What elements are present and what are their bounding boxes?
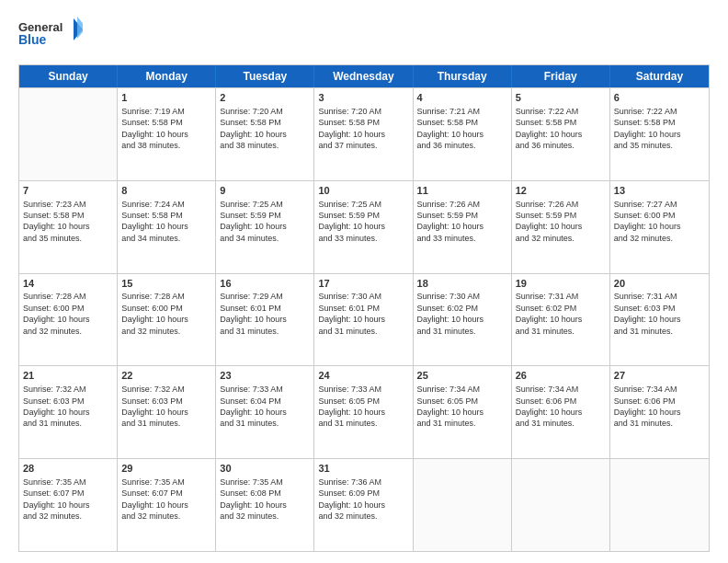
day-content: Sunrise: 7:31 AMSunset: 6:03 PMDaylight:… [614,291,705,337]
header: General Blue [18,17,710,55]
day-number: 4 [417,91,507,105]
empty-cell-4-5 [512,459,610,551]
calendar-row-0: 1Sunrise: 7:19 AMSunset: 5:58 PMDaylight… [19,87,709,180]
calendar-row-3: 21Sunrise: 7:32 AMSunset: 6:03 PMDayligh… [19,365,709,458]
day-content: Sunrise: 7:20 AMSunset: 5:58 PMDaylight:… [220,106,310,152]
day-cell-27: 27Sunrise: 7:34 AMSunset: 6:06 PMDayligh… [610,366,709,458]
day-cell-10: 10Sunrise: 7:25 AMSunset: 5:59 PMDayligh… [314,181,413,273]
day-content: Sunrise: 7:26 AMSunset: 5:59 PMDaylight:… [516,199,606,245]
day-cell-22: 22Sunrise: 7:32 AMSunset: 6:03 PMDayligh… [118,366,216,458]
day-content: Sunrise: 7:25 AMSunset: 5:59 PMDaylight:… [220,199,310,245]
day-content: Sunrise: 7:20 AMSunset: 5:58 PMDaylight:… [318,106,408,152]
day-content: Sunrise: 7:23 AMSunset: 5:58 PMDaylight:… [23,199,113,245]
empty-cell-4-4 [414,459,512,551]
calendar: SundayMondayTuesdayWednesdayThursdayFrid… [18,64,710,552]
day-cell-25: 25Sunrise: 7:34 AMSunset: 6:05 PMDayligh… [414,366,512,458]
day-number: 25 [417,369,507,383]
day-cell-9: 9Sunrise: 7:25 AMSunset: 5:59 PMDaylight… [216,181,314,273]
day-cell-12: 12Sunrise: 7:26 AMSunset: 5:59 PMDayligh… [512,181,610,273]
day-number: 3 [318,91,408,105]
day-content: Sunrise: 7:26 AMSunset: 5:59 PMDaylight:… [417,199,507,245]
day-content: Sunrise: 7:19 AMSunset: 5:58 PMDaylight:… [121,106,211,152]
weekday-header-saturday: Saturday [610,65,709,87]
day-cell-29: 29Sunrise: 7:35 AMSunset: 6:07 PMDayligh… [118,459,216,551]
day-number: 2 [220,91,310,105]
day-cell-2: 2Sunrise: 7:20 AMSunset: 5:58 PMDaylight… [216,88,314,180]
calendar-header: SundayMondayTuesdayWednesdayThursdayFrid… [19,65,709,87]
day-number: 26 [516,369,606,383]
day-cell-1: 1Sunrise: 7:19 AMSunset: 5:58 PMDaylight… [118,88,216,180]
day-number: 24 [318,369,408,383]
day-number: 23 [220,369,310,383]
day-number: 21 [23,369,113,383]
day-content: Sunrise: 7:30 AMSunset: 6:02 PMDaylight:… [417,291,507,337]
day-cell-26: 26Sunrise: 7:34 AMSunset: 6:06 PMDayligh… [512,366,610,458]
day-cell-4: 4Sunrise: 7:21 AMSunset: 5:58 PMDaylight… [414,88,512,180]
day-cell-15: 15Sunrise: 7:28 AMSunset: 6:00 PMDayligh… [118,274,216,366]
day-number: 8 [121,184,211,198]
day-cell-31: 31Sunrise: 7:36 AMSunset: 6:09 PMDayligh… [314,459,413,551]
day-content: Sunrise: 7:32 AMSunset: 6:03 PMDaylight:… [121,384,211,430]
day-number: 7 [23,184,113,198]
day-cell-20: 20Sunrise: 7:31 AMSunset: 6:03 PMDayligh… [610,274,709,366]
day-content: Sunrise: 7:30 AMSunset: 6:01 PMDaylight:… [318,291,408,337]
day-number: 1 [121,91,211,105]
day-number: 6 [614,91,705,105]
weekday-header-monday: Monday [118,65,216,87]
day-content: Sunrise: 7:34 AMSunset: 6:06 PMDaylight:… [614,384,705,430]
calendar-row-1: 7Sunrise: 7:23 AMSunset: 5:58 PMDaylight… [19,180,709,273]
day-content: Sunrise: 7:22 AMSunset: 5:58 PMDaylight:… [614,106,705,152]
day-content: Sunrise: 7:34 AMSunset: 6:06 PMDaylight:… [516,384,606,430]
day-cell-6: 6Sunrise: 7:22 AMSunset: 5:58 PMDaylight… [610,88,709,180]
day-content: Sunrise: 7:33 AMSunset: 6:04 PMDaylight:… [220,384,310,430]
day-content: Sunrise: 7:21 AMSunset: 5:58 PMDaylight:… [417,106,507,152]
day-number: 28 [23,462,113,476]
day-cell-13: 13Sunrise: 7:27 AMSunset: 6:00 PMDayligh… [610,181,709,273]
day-content: Sunrise: 7:36 AMSunset: 6:09 PMDaylight:… [318,477,408,523]
calendar-body: 1Sunrise: 7:19 AMSunset: 5:58 PMDaylight… [19,87,709,551]
day-cell-8: 8Sunrise: 7:24 AMSunset: 5:58 PMDaylight… [118,181,216,273]
day-number: 18 [417,277,507,291]
day-number: 30 [220,462,310,476]
day-number: 27 [614,369,705,383]
day-number: 17 [318,277,408,291]
weekday-header-thursday: Thursday [414,65,512,87]
day-content: Sunrise: 7:24 AMSunset: 5:58 PMDaylight:… [121,199,211,245]
calendar-row-4: 28Sunrise: 7:35 AMSunset: 6:07 PMDayligh… [19,458,709,551]
day-content: Sunrise: 7:27 AMSunset: 6:00 PMDaylight:… [614,199,705,245]
day-number: 9 [220,184,310,198]
weekday-header-sunday: Sunday [19,65,118,87]
day-content: Sunrise: 7:25 AMSunset: 5:59 PMDaylight:… [318,199,408,245]
day-content: Sunrise: 7:35 AMSunset: 6:07 PMDaylight:… [121,477,211,523]
day-cell-11: 11Sunrise: 7:26 AMSunset: 5:59 PMDayligh… [414,181,512,273]
weekday-header-wednesday: Wednesday [314,65,413,87]
day-content: Sunrise: 7:34 AMSunset: 6:05 PMDaylight:… [417,384,507,430]
weekday-header-tuesday: Tuesday [216,65,314,87]
svg-marker-3 [77,17,83,39]
day-cell-19: 19Sunrise: 7:31 AMSunset: 6:02 PMDayligh… [512,274,610,366]
day-number: 31 [318,462,408,476]
day-number: 29 [121,462,211,476]
day-number: 16 [220,277,310,291]
weekday-header-friday: Friday [512,65,610,87]
day-cell-5: 5Sunrise: 7:22 AMSunset: 5:58 PMDaylight… [512,88,610,180]
day-cell-18: 18Sunrise: 7:30 AMSunset: 6:02 PMDayligh… [414,274,512,366]
day-content: Sunrise: 7:33 AMSunset: 6:05 PMDaylight:… [318,384,408,430]
day-cell-16: 16Sunrise: 7:29 AMSunset: 6:01 PMDayligh… [216,274,314,366]
empty-cell-0-0 [19,88,118,180]
day-number: 14 [23,277,113,291]
day-number: 15 [121,277,211,291]
day-number: 22 [121,369,211,383]
day-cell-28: 28Sunrise: 7:35 AMSunset: 6:07 PMDayligh… [19,459,118,551]
day-content: Sunrise: 7:29 AMSunset: 6:01 PMDaylight:… [220,291,310,337]
day-number: 10 [318,184,408,198]
day-cell-7: 7Sunrise: 7:23 AMSunset: 5:58 PMDaylight… [19,181,118,273]
day-cell-24: 24Sunrise: 7:33 AMSunset: 6:05 PMDayligh… [314,366,413,458]
day-content: Sunrise: 7:28 AMSunset: 6:00 PMDaylight:… [121,291,211,337]
day-cell-23: 23Sunrise: 7:33 AMSunset: 6:04 PMDayligh… [216,366,314,458]
day-content: Sunrise: 7:32 AMSunset: 6:03 PMDaylight:… [23,384,113,430]
day-content: Sunrise: 7:31 AMSunset: 6:02 PMDaylight:… [516,291,606,337]
day-cell-30: 30Sunrise: 7:35 AMSunset: 6:08 PMDayligh… [216,459,314,551]
empty-cell-4-6 [610,459,709,551]
day-content: Sunrise: 7:22 AMSunset: 5:58 PMDaylight:… [516,106,606,152]
